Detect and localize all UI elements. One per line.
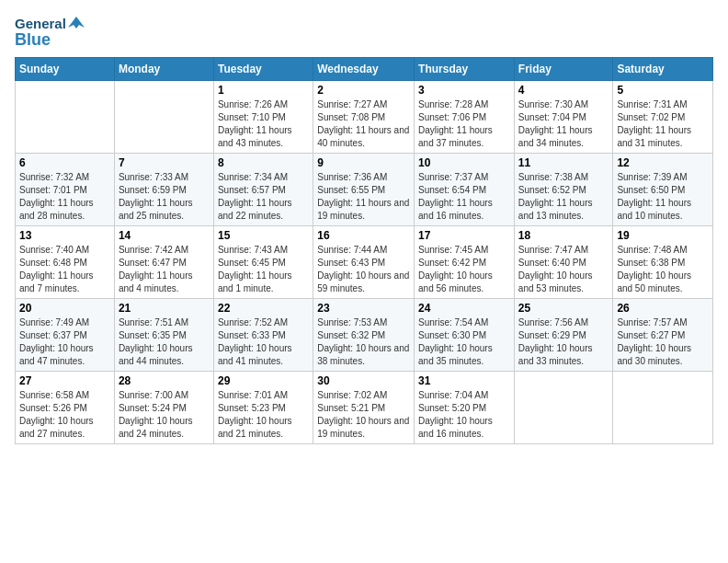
- day-number: 13: [19, 229, 110, 242]
- day-info: Sunrise: 7:47 AM Sunset: 6:40 PM Dayligh…: [518, 244, 609, 295]
- day-info: Sunrise: 7:40 AM Sunset: 6:48 PM Dayligh…: [19, 244, 110, 295]
- calendar-cell: [16, 81, 115, 154]
- weekday-header: Tuesday: [213, 58, 313, 81]
- calendar-cell: 3Sunrise: 7:28 AM Sunset: 7:06 PM Daylig…: [415, 81, 515, 154]
- day-number: 27: [19, 374, 110, 387]
- day-info: Sunrise: 7:39 AM Sunset: 6:50 PM Dayligh…: [617, 171, 709, 223]
- logo-bird-icon: [68, 15, 85, 31]
- day-number: 9: [317, 156, 410, 169]
- page: General Blue SundayMondayTuesdayWednesda…: [0, 0, 728, 563]
- day-number: 17: [418, 229, 510, 242]
- day-info: Sunrise: 7:49 AM Sunset: 6:37 PM Dayligh…: [19, 316, 110, 368]
- day-number: 25: [518, 302, 609, 315]
- day-number: 31: [418, 374, 510, 387]
- calendar-cell: 16Sunrise: 7:44 AM Sunset: 6:43 PM Dayli…: [313, 226, 415, 299]
- calendar-cell: 25Sunrise: 7:56 AM Sunset: 6:29 PM Dayli…: [514, 299, 613, 372]
- weekday-header: Saturday: [613, 58, 713, 81]
- calendar-cell: 24Sunrise: 7:54 AM Sunset: 6:30 PM Dayli…: [415, 299, 515, 372]
- svg-marker-0: [68, 17, 85, 29]
- calendar-week-row: 6Sunrise: 7:32 AM Sunset: 7:01 PM Daylig…: [16, 154, 713, 226]
- calendar-cell: 19Sunrise: 7:48 AM Sunset: 6:38 PM Dayli…: [613, 226, 713, 299]
- calendar-cell: 12Sunrise: 7:39 AM Sunset: 6:50 PM Dayli…: [613, 154, 713, 226]
- calendar-week-row: 20Sunrise: 7:49 AM Sunset: 6:37 PM Dayli…: [16, 299, 713, 372]
- day-info: Sunrise: 7:52 AM Sunset: 6:33 PM Dayligh…: [218, 316, 309, 368]
- day-info: Sunrise: 7:32 AM Sunset: 7:01 PM Dayligh…: [19, 171, 110, 223]
- day-info: Sunrise: 7:54 AM Sunset: 6:30 PM Dayligh…: [418, 316, 510, 368]
- calendar-week-row: 1Sunrise: 7:26 AM Sunset: 7:10 PM Daylig…: [16, 81, 713, 154]
- calendar-cell: 11Sunrise: 7:38 AM Sunset: 6:52 PM Dayli…: [514, 154, 613, 226]
- day-info: Sunrise: 7:56 AM Sunset: 6:29 PM Dayligh…: [518, 316, 609, 368]
- calendar-cell: 10Sunrise: 7:37 AM Sunset: 6:54 PM Dayli…: [415, 154, 515, 226]
- calendar-cell: 2Sunrise: 7:27 AM Sunset: 7:08 PM Daylig…: [313, 81, 415, 154]
- day-number: 19: [617, 229, 709, 242]
- calendar-cell: 1Sunrise: 7:26 AM Sunset: 7:10 PM Daylig…: [213, 81, 313, 154]
- day-number: 22: [218, 302, 309, 315]
- calendar-cell: 29Sunrise: 7:01 AM Sunset: 5:23 PM Dayli…: [213, 372, 313, 444]
- weekday-header: Thursday: [415, 58, 515, 81]
- day-info: Sunrise: 7:31 AM Sunset: 7:02 PM Dayligh…: [617, 98, 709, 150]
- day-info: Sunrise: 7:51 AM Sunset: 6:35 PM Dayligh…: [119, 316, 210, 368]
- calendar-table: SundayMondayTuesdayWednesdayThursdayFrid…: [15, 57, 713, 444]
- header: General Blue: [15, 15, 713, 48]
- calendar-cell: 15Sunrise: 7:43 AM Sunset: 6:45 PM Dayli…: [213, 226, 313, 299]
- day-number: 3: [418, 84, 510, 97]
- day-info: Sunrise: 7:43 AM Sunset: 6:45 PM Dayligh…: [218, 244, 309, 295]
- day-info: Sunrise: 7:42 AM Sunset: 6:47 PM Dayligh…: [119, 244, 210, 295]
- day-number: 12: [617, 156, 709, 169]
- day-info: Sunrise: 7:48 AM Sunset: 6:38 PM Dayligh…: [617, 244, 709, 295]
- logo: General Blue: [15, 15, 85, 48]
- calendar-cell: [613, 372, 713, 444]
- day-info: Sunrise: 7:33 AM Sunset: 6:59 PM Dayligh…: [119, 171, 210, 223]
- day-info: Sunrise: 7:44 AM Sunset: 6:43 PM Dayligh…: [317, 244, 410, 295]
- day-info: Sunrise: 7:37 AM Sunset: 6:54 PM Dayligh…: [418, 171, 510, 223]
- calendar-cell: 17Sunrise: 7:45 AM Sunset: 6:42 PM Dayli…: [415, 226, 515, 299]
- day-number: 28: [119, 374, 210, 387]
- logo-blue: Blue: [15, 31, 85, 48]
- calendar-cell: 26Sunrise: 7:57 AM Sunset: 6:27 PM Dayli…: [613, 299, 713, 372]
- weekday-header: Monday: [114, 58, 213, 81]
- day-info: Sunrise: 7:04 AM Sunset: 5:20 PM Dayligh…: [418, 389, 510, 441]
- day-number: 15: [218, 229, 309, 242]
- logo-general: General: [15, 17, 66, 30]
- weekday-header: Sunday: [16, 58, 115, 81]
- day-number: 29: [218, 374, 309, 387]
- calendar-week-row: 27Sunrise: 6:58 AM Sunset: 5:26 PM Dayli…: [16, 372, 713, 444]
- calendar-cell: 4Sunrise: 7:30 AM Sunset: 7:04 PM Daylig…: [514, 81, 613, 154]
- calendar-cell: 5Sunrise: 7:31 AM Sunset: 7:02 PM Daylig…: [613, 81, 713, 154]
- day-number: 24: [418, 302, 510, 315]
- calendar-cell: 9Sunrise: 7:36 AM Sunset: 6:55 PM Daylig…: [313, 154, 415, 226]
- calendar-cell: 7Sunrise: 7:33 AM Sunset: 6:59 PM Daylig…: [114, 154, 213, 226]
- day-info: Sunrise: 7:45 AM Sunset: 6:42 PM Dayligh…: [418, 244, 510, 295]
- day-number: 11: [518, 156, 609, 169]
- day-info: Sunrise: 7:57 AM Sunset: 6:27 PM Dayligh…: [617, 316, 709, 368]
- day-info: Sunrise: 7:26 AM Sunset: 7:10 PM Dayligh…: [218, 98, 309, 150]
- calendar-cell: 30Sunrise: 7:02 AM Sunset: 5:21 PM Dayli…: [313, 372, 415, 444]
- day-number: 30: [317, 374, 410, 387]
- weekday-header: Wednesday: [313, 58, 415, 81]
- day-number: 2: [317, 84, 410, 97]
- calendar-cell: 31Sunrise: 7:04 AM Sunset: 5:20 PM Dayli…: [415, 372, 515, 444]
- day-number: 1: [218, 84, 309, 97]
- day-number: 5: [617, 84, 709, 97]
- calendar-cell: 18Sunrise: 7:47 AM Sunset: 6:40 PM Dayli…: [514, 226, 613, 299]
- day-info: Sunrise: 7:38 AM Sunset: 6:52 PM Dayligh…: [518, 171, 609, 223]
- day-number: 14: [119, 229, 210, 242]
- calendar-cell: 23Sunrise: 7:53 AM Sunset: 6:32 PM Dayli…: [313, 299, 415, 372]
- day-number: 20: [19, 302, 110, 315]
- day-info: Sunrise: 7:00 AM Sunset: 5:24 PM Dayligh…: [119, 389, 210, 441]
- day-info: Sunrise: 7:02 AM Sunset: 5:21 PM Dayligh…: [317, 389, 410, 441]
- day-info: Sunrise: 6:58 AM Sunset: 5:26 PM Dayligh…: [19, 389, 110, 441]
- calendar-cell: [514, 372, 613, 444]
- day-info: Sunrise: 7:30 AM Sunset: 7:04 PM Dayligh…: [518, 98, 609, 150]
- day-number: 7: [119, 156, 210, 169]
- day-number: 23: [317, 302, 410, 315]
- calendar-cell: 27Sunrise: 6:58 AM Sunset: 5:26 PM Dayli…: [16, 372, 115, 444]
- calendar-cell: 13Sunrise: 7:40 AM Sunset: 6:48 PM Dayli…: [16, 226, 115, 299]
- weekday-header: Friday: [514, 58, 613, 81]
- calendar-cell: 21Sunrise: 7:51 AM Sunset: 6:35 PM Dayli…: [114, 299, 213, 372]
- calendar-cell: 6Sunrise: 7:32 AM Sunset: 7:01 PM Daylig…: [16, 154, 115, 226]
- day-number: 16: [317, 229, 410, 242]
- calendar-cell: 28Sunrise: 7:00 AM Sunset: 5:24 PM Dayli…: [114, 372, 213, 444]
- day-number: 4: [518, 84, 609, 97]
- day-info: Sunrise: 7:28 AM Sunset: 7:06 PM Dayligh…: [418, 98, 510, 150]
